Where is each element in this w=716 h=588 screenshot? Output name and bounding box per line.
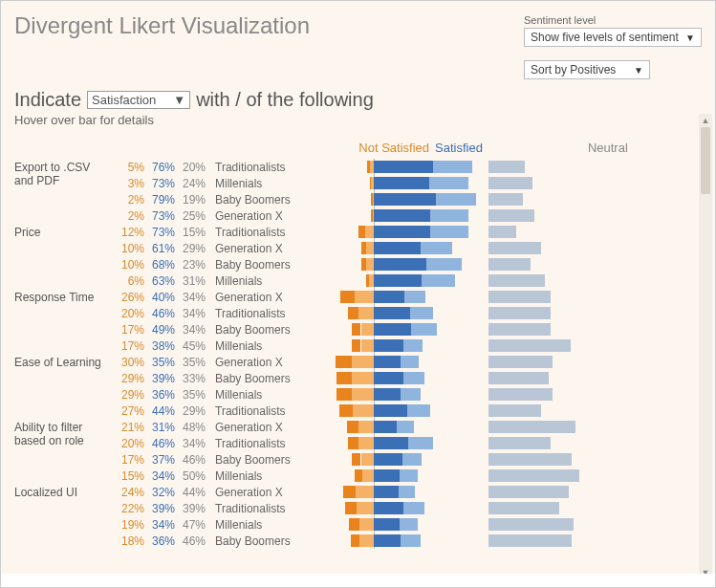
page-title: Divergent Likert Visualization: [14, 12, 310, 39]
neutral-bar[interactable]: [488, 356, 613, 368]
generation-label: Traditionalists: [209, 307, 299, 320]
diverging-bar[interactable]: [305, 518, 477, 531]
diverging-bar[interactable]: [305, 226, 477, 238]
neutral-bar[interactable]: [488, 242, 613, 254]
pct-neutral: 50%: [179, 469, 209, 483]
neutral-bar[interactable]: [488, 274, 613, 287]
neutral-bar[interactable]: [488, 453, 613, 466]
pct-negative: 20%: [118, 437, 148, 450]
table-row: 17%38%45%Millenials: [118, 338, 702, 354]
neutral-bar[interactable]: [488, 534, 613, 547]
caret-down-icon: ▼: [685, 33, 695, 43]
pct-neutral: 33%: [179, 372, 209, 385]
generation-label: Millenials: [209, 177, 299, 190]
table-row: 15%34%50%Millenials: [118, 468, 702, 484]
diverging-bar[interactable]: [305, 453, 477, 466]
sort-select[interactable]: Sort by Positives ▼: [524, 60, 650, 79]
diverging-bar[interactable]: [305, 437, 477, 449]
diverging-bar[interactable]: [305, 209, 477, 222]
neutral-bar[interactable]: [488, 291, 613, 303]
diverging-bar[interactable]: [305, 193, 477, 206]
diverging-bar[interactable]: [305, 161, 477, 173]
neutral-bar[interactable]: [488, 258, 613, 271]
vertical-scrollbar[interactable]: ▲ ▼: [699, 114, 712, 579]
pct-negative: 22%: [118, 502, 148, 515]
scroll-thumb[interactable]: [701, 127, 710, 194]
neutral-bar[interactable]: [488, 177, 613, 189]
diverging-bar[interactable]: [305, 274, 477, 287]
pct-neutral: 46%: [179, 453, 209, 467]
pct-negative: 19%: [118, 518, 148, 532]
table-row: 18%36%46%Baby Boomers: [118, 533, 702, 549]
table-row: 29%36%35%Millenials: [118, 386, 702, 403]
neutral-bar[interactable]: [488, 486, 613, 498]
diverging-bar[interactable]: [305, 258, 477, 271]
diverging-bar[interactable]: [305, 388, 477, 401]
pct-positive: 34%: [148, 518, 179, 532]
pct-positive: 46%: [148, 437, 179, 450]
neutral-bar[interactable]: [488, 339, 613, 352]
feature-label: Ability to filter based on role: [14, 419, 118, 484]
diverging-bar[interactable]: [305, 404, 477, 417]
pct-positive: 38%: [148, 339, 179, 353]
pct-neutral: 45%: [179, 339, 209, 353]
diverging-bar[interactable]: [305, 323, 477, 336]
pct-neutral: 48%: [179, 421, 209, 434]
neutral-bar[interactable]: [488, 372, 613, 384]
table-row: 3%73%24%Millenials: [118, 175, 702, 191]
neutral-bar[interactable]: [488, 437, 613, 449]
pct-neutral: 34%: [179, 437, 209, 450]
neutral-bar[interactable]: [488, 518, 613, 531]
neutral-bar[interactable]: [488, 388, 613, 401]
diverging-bar[interactable]: [305, 177, 477, 189]
pct-neutral: 39%: [179, 502, 209, 515]
neutral-bar[interactable]: [488, 209, 613, 222]
pct-negative: 6%: [118, 274, 148, 288]
neutral-bar[interactable]: [488, 469, 613, 482]
pct-neutral: 35%: [179, 388, 209, 402]
feature-label: Localized UI: [14, 484, 118, 549]
pct-positive: 61%: [148, 242, 179, 255]
diverging-bar[interactable]: [305, 291, 477, 303]
generation-label: Baby Boomers: [209, 534, 299, 548]
pct-positive: 36%: [148, 388, 179, 402]
diverging-bar[interactable]: [305, 339, 477, 352]
table-row: 19%34%47%Millenials: [118, 516, 702, 533]
diverging-bar[interactable]: [305, 242, 477, 254]
neutral-bar[interactable]: [488, 307, 613, 319]
pct-negative: 20%: [118, 307, 148, 320]
neutral-bar[interactable]: [488, 161, 613, 173]
pct-neutral: 23%: [179, 258, 209, 272]
pct-neutral: 34%: [179, 307, 209, 320]
diverging-bar[interactable]: [305, 534, 477, 547]
neutral-bar[interactable]: [488, 421, 613, 433]
diverging-bar[interactable]: [305, 356, 477, 368]
pct-negative: 17%: [118, 339, 148, 353]
neutral-bar[interactable]: [488, 502, 613, 514]
diverging-bar[interactable]: [305, 372, 477, 384]
pct-positive: 73%: [148, 209, 179, 223]
diverging-bar[interactable]: [305, 421, 477, 433]
table-row: 5%76%20%Traditionalists: [118, 159, 702, 175]
neutral-bar[interactable]: [488, 193, 613, 206]
sentiment-level-label: Sentiment level: [524, 14, 702, 26]
diverging-bar[interactable]: [305, 307, 477, 319]
diverging-bar[interactable]: [305, 502, 477, 514]
generation-label: Baby Boomers: [209, 323, 299, 337]
pct-negative: 21%: [118, 421, 148, 434]
diverging-bar[interactable]: [305, 486, 477, 498]
pct-positive: 34%: [148, 469, 179, 483]
caret-down-icon: ▼: [634, 65, 643, 76]
neutral-bar[interactable]: [488, 404, 613, 417]
generation-label: Generation X: [209, 486, 299, 499]
pct-positive: 39%: [148, 372, 179, 385]
indicate-select[interactable]: Satisfaction ▼: [87, 91, 190, 109]
sentiment-level-select[interactable]: Show five levels of sentiment ▼: [524, 28, 702, 47]
pct-positive: 68%: [148, 258, 179, 272]
neutral-bar[interactable]: [488, 226, 613, 238]
neutral-bar[interactable]: [488, 323, 613, 336]
indicate-suffix: with / of the following: [196, 89, 374, 111]
scroll-up-icon[interactable]: ▲: [699, 114, 712, 127]
pct-negative: 29%: [118, 372, 148, 385]
diverging-bar[interactable]: [305, 469, 477, 482]
